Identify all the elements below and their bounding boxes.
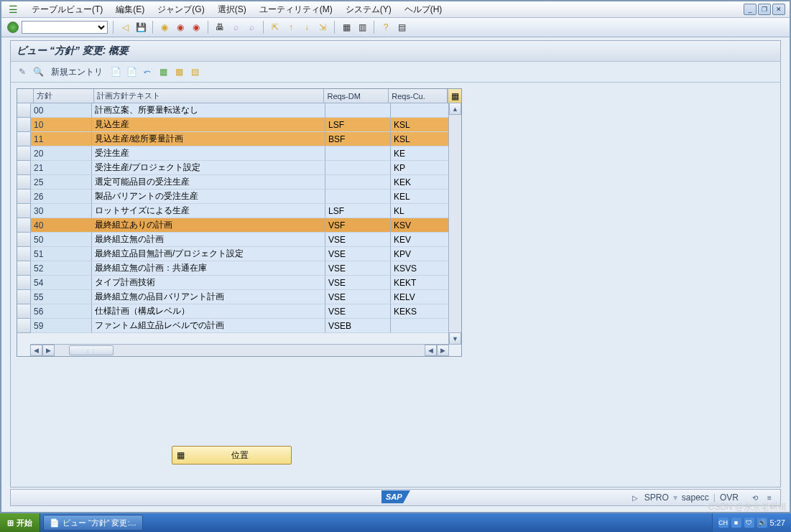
- row-selector[interactable]: [17, 190, 31, 204]
- cell-strategy[interactable]: 56: [31, 304, 92, 319]
- enter-icon[interactable]: [7, 22, 19, 33]
- details-icon[interactable]: 🔍: [32, 66, 44, 78]
- cancel-icon[interactable]: ◉: [174, 21, 187, 34]
- col-strategy[interactable]: 方針: [34, 89, 94, 103]
- undo-icon[interactable]: ⤺: [142, 66, 153, 78]
- exit-icon[interactable]: ◉: [158, 21, 171, 34]
- row-selector[interactable]: [17, 146, 31, 161]
- scroll-left2-icon[interactable]: ◀: [425, 345, 437, 356]
- cell-reqs-cu[interactable]: KEK: [391, 175, 450, 190]
- cell-reqs-cu[interactable]: KEKT: [391, 276, 450, 290]
- table-row[interactable]: 11見込生産/総所要量計画BSFKSL: [17, 132, 461, 146]
- table-row[interactable]: 50最終組立無の計画VSEKEV: [17, 233, 461, 247]
- cell-reqs-cu[interactable]: [391, 103, 450, 118]
- row-selector[interactable]: [17, 233, 31, 247]
- row-selector[interactable]: [17, 118, 31, 132]
- copy-icon[interactable]: 📄: [110, 66, 121, 78]
- scroll-right-icon[interactable]: ▶: [42, 345, 55, 356]
- cell-reqs-cu[interactable]: KSVS: [391, 261, 450, 276]
- cell-strategy[interactable]: 30: [31, 204, 92, 218]
- cell-text[interactable]: 見込生産: [92, 118, 325, 132]
- table-row[interactable]: 56仕様計画（構成レベル）VSEKEKS: [17, 304, 461, 319]
- task-item-sap[interactable]: 📄 ビュー “方針” 変更:...: [43, 515, 143, 531]
- cell-reqs-dm[interactable]: VSF: [325, 218, 391, 233]
- horizontal-scrollbar[interactable]: ◀ ▶ : : ◀ ▶: [30, 344, 449, 356]
- cell-strategy[interactable]: 55: [31, 290, 92, 304]
- menu-help[interactable]: ヘルプ(H): [404, 4, 443, 16]
- cell-strategy[interactable]: 10: [31, 118, 92, 132]
- cell-reqs-dm[interactable]: LSF: [325, 118, 391, 132]
- tray-icon1[interactable]: ■: [731, 518, 741, 528]
- help-icon[interactable]: ?: [379, 21, 392, 34]
- cell-reqs-cu[interactable]: KSV: [391, 218, 450, 233]
- config-icon[interactable]: ▤: [189, 66, 200, 78]
- system-menu-icon[interactable]: ☰: [7, 4, 19, 15]
- window-maximize[interactable]: ❐: [758, 4, 771, 15]
- row-selector[interactable]: [17, 218, 31, 233]
- cell-reqs-dm[interactable]: [325, 146, 391, 161]
- cell-reqs-dm[interactable]: VSE: [325, 304, 391, 319]
- row-selector[interactable]: [17, 103, 31, 118]
- table-row[interactable]: 55最終組立無の品目バリアント計画VSEKELV: [17, 290, 461, 304]
- cell-reqs-dm[interactable]: [325, 161, 391, 175]
- start-button[interactable]: ⊞ 开始: [0, 513, 40, 532]
- cell-reqs-dm[interactable]: VSE: [325, 247, 391, 261]
- table-row[interactable]: 21受注生産/プロジェクト設定KP: [17, 161, 461, 175]
- table-row[interactable]: 25選定可能品目の受注生産KEK: [17, 175, 461, 190]
- shortcut-icon[interactable]: ▥: [356, 21, 369, 34]
- row-selector[interactable]: [17, 261, 31, 276]
- cell-strategy[interactable]: 50: [31, 233, 92, 247]
- cell-reqs-cu[interactable]: KP: [391, 161, 450, 175]
- row-selector[interactable]: [17, 290, 31, 304]
- table-row[interactable]: 59ファントム組立品レベルでの計画VSEB: [17, 319, 461, 333]
- cell-strategy[interactable]: 11: [31, 132, 92, 146]
- cell-reqs-cu[interactable]: KEV: [391, 233, 450, 247]
- cell-strategy[interactable]: 21: [31, 161, 92, 175]
- cell-reqs-cu[interactable]: KPV: [391, 247, 450, 261]
- row-selector[interactable]: [17, 319, 31, 333]
- menu-system[interactable]: システム(Y): [346, 4, 392, 16]
- cell-strategy[interactable]: 51: [31, 247, 92, 261]
- layout-icon[interactable]: ▤: [395, 21, 408, 34]
- scroll-thumb[interactable]: : :: [69, 345, 114, 355]
- cell-text[interactable]: 受注生産/プロジェクト設定: [92, 161, 325, 175]
- cell-reqs-cu[interactable]: KE: [391, 146, 450, 161]
- prev-page-icon[interactable]: ↑: [285, 21, 297, 34]
- row-selector[interactable]: [17, 175, 31, 190]
- cell-reqs-dm[interactable]: VSE: [325, 233, 391, 247]
- find-icon[interactable]: ⌕: [229, 21, 242, 34]
- cell-text[interactable]: ファントム組立品レベルでの計画: [92, 319, 325, 333]
- col-reqs-dm[interactable]: Reqs-DM: [324, 89, 389, 103]
- cell-reqs-cu[interactable]: KEL: [391, 190, 450, 204]
- cell-reqs-cu[interactable]: KSL: [391, 132, 450, 146]
- tray-icon3[interactable]: 🔊: [757, 518, 767, 528]
- row-selector[interactable]: [17, 276, 31, 290]
- cell-strategy[interactable]: 20: [31, 146, 92, 161]
- cell-text[interactable]: 最終組立無の計画：共通在庫: [92, 261, 325, 276]
- cell-reqs-dm[interactable]: BSF: [325, 132, 391, 146]
- cell-text[interactable]: 最終組立ありの計画: [92, 218, 325, 233]
- vertical-scrollbar[interactable]: ▲ ▼: [448, 103, 461, 345]
- cell-strategy[interactable]: 00: [31, 103, 92, 118]
- first-page-icon[interactable]: ⇱: [269, 21, 282, 34]
- cell-text[interactable]: ロットサイズによる生産: [92, 204, 325, 218]
- last-page-icon[interactable]: ⇲: [316, 21, 329, 34]
- scroll-left-icon[interactable]: ◀: [30, 345, 42, 356]
- cell-text[interactable]: 製品バリアントの受注生産: [92, 190, 325, 204]
- cell-strategy[interactable]: 59: [31, 319, 92, 333]
- cell-reqs-dm[interactable]: VSEB: [325, 319, 391, 333]
- cell-strategy[interactable]: 54: [31, 276, 92, 290]
- table-row[interactable]: 30ロットサイズによる生産LSFKL: [17, 204, 461, 218]
- select-all-icon[interactable]: ▦: [157, 66, 169, 78]
- menu-goto[interactable]: ジャンプ(G): [157, 4, 204, 16]
- cell-strategy[interactable]: 26: [31, 190, 92, 204]
- cell-text[interactable]: 最終組立品目無計画/プロジェクト設定: [92, 247, 325, 261]
- cell-text[interactable]: タイプ計画技術: [92, 276, 325, 290]
- window-minimize[interactable]: _: [744, 4, 757, 15]
- next-page-icon[interactable]: ↓: [300, 21, 313, 34]
- expand-icon[interactable]: ✎: [17, 66, 28, 78]
- row-selector[interactable]: [17, 304, 31, 319]
- row-selector[interactable]: [17, 247, 31, 261]
- menu-edit[interactable]: 編集(E): [116, 4, 144, 16]
- menu-tableview[interactable]: テーブルビュー(T): [32, 4, 103, 16]
